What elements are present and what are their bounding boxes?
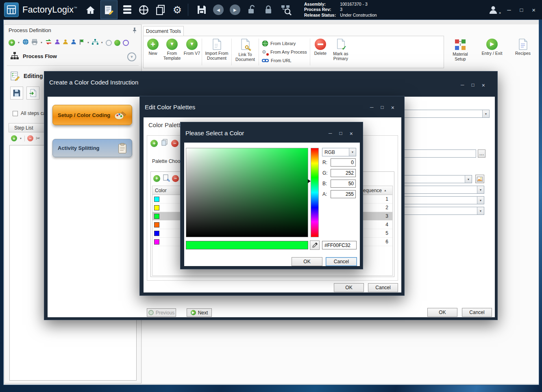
navigate-button[interactable]	[137, 1, 151, 18]
entry-exit-button[interactable]: ▶ Entry / Exit	[481, 37, 503, 62]
info-icon[interactable]	[123, 40, 129, 46]
color-mode-combo[interactable]: RGB ▼	[322, 148, 356, 156]
person-gold-icon[interactable]	[63, 39, 68, 46]
add-step-icon[interactable]: +	[11, 135, 17, 141]
next-label: Next	[198, 310, 208, 316]
setup-color-coding-nav-button[interactable]: Setup / Color Coding	[52, 105, 132, 125]
remove-palette-icon[interactable]: −	[171, 140, 178, 147]
close-button[interactable]: ×	[532, 6, 535, 13]
process-search-button[interactable]	[278, 1, 294, 18]
process-flow-header[interactable]: Process Flow	[10, 52, 57, 61]
transfer-arrows-icon[interactable]	[45, 39, 52, 46]
mark-as-primary-label: Mark as Primary	[329, 52, 352, 61]
chevron-down-icon[interactable]: ▼	[40, 41, 43, 44]
cut-icon[interactable]: ✂	[36, 135, 40, 141]
minimize-button[interactable]: ─	[370, 104, 374, 111]
chevron-down-icon[interactable]: ▼	[20, 137, 22, 140]
all-steps-option[interactable]: All steps ca	[13, 110, 46, 116]
ok-button[interactable]: OK	[427, 308, 457, 317]
add-icon[interactable]: +	[9, 39, 15, 46]
from-v7-button[interactable]: ▼ From V7	[183, 37, 200, 67]
collapse-button[interactable]: ▼	[127, 52, 136, 61]
add-palette-icon[interactable]: +	[150, 140, 158, 147]
maximize-button[interactable]: □	[381, 104, 384, 111]
remove-step-icon[interactable]: −	[27, 135, 33, 141]
forward-button[interactable]: ▶	[228, 1, 242, 18]
home-button[interactable]	[84, 1, 98, 18]
saturation-value-picker[interactable]	[186, 148, 308, 237]
minimize-button[interactable]: ─	[329, 130, 332, 137]
activity-splitting-nav-button[interactable]: Activity Splitting	[52, 139, 132, 157]
recipes-icon	[518, 39, 528, 50]
from-template-button[interactable]: ▼ From Template	[161, 37, 183, 67]
flag-icon[interactable]	[79, 39, 85, 47]
start-icon[interactable]	[114, 40, 120, 46]
chevron-down-icon[interactable]: ▼	[17, 41, 20, 44]
blue-value-input[interactable]	[331, 180, 356, 188]
edit-color-icon[interactable]: ✎	[163, 174, 169, 182]
material-setup-button[interactable]: Material Setup	[450, 37, 471, 62]
chevron-down-icon[interactable]: ▼	[87, 41, 89, 44]
globe-icon[interactable]	[22, 39, 29, 47]
cancel-button[interactable]: Cancel	[462, 308, 492, 317]
import-step-button[interactable]	[26, 87, 39, 100]
from-url-button[interactable]: From URL	[262, 56, 307, 65]
logout-user-button[interactable]: ×	[488, 5, 498, 14]
next-button[interactable]: ▶ Next	[187, 308, 212, 317]
import-from-document-button[interactable]: Import From Document	[203, 37, 230, 67]
eyedropper-button[interactable]	[310, 240, 320, 250]
document-check-icon: ✓	[336, 39, 345, 50]
from-library-button[interactable]: From Library	[262, 39, 307, 48]
combo-arrow-icon: ▼	[477, 207, 484, 214]
maximize-button[interactable]: □	[520, 7, 523, 13]
save-step-button[interactable]	[10, 87, 23, 100]
from-any-process-button[interactable]: ⚙ From Any Process	[262, 48, 307, 56]
hue-slider-marker[interactable]	[308, 179, 311, 183]
minimize-button[interactable]: ─	[461, 82, 464, 89]
chevron-down-icon[interactable]: ▼	[101, 41, 103, 44]
pin-icon[interactable]	[132, 27, 137, 35]
delete-document-button[interactable]: Delete	[311, 37, 329, 67]
copy-palette-icon[interactable]	[161, 139, 168, 147]
mark-as-primary-button[interactable]: ✓ Mark as Primary	[329, 37, 352, 67]
maximize-button[interactable]: □	[340, 130, 342, 137]
unlock-button[interactable]	[245, 1, 259, 18]
back-button[interactable]: ◀	[211, 1, 225, 18]
recipes-button[interactable]: Recipes	[513, 37, 533, 62]
new-document-button[interactable]: + New	[145, 37, 161, 67]
person-blue-icon[interactable]	[71, 39, 76, 46]
maximize-button[interactable]: □	[472, 82, 475, 89]
editing-toolbar	[10, 87, 39, 100]
ok-button[interactable]: OK	[334, 283, 364, 292]
link-to-document-button[interactable]: Link To Document	[233, 37, 257, 67]
cancel-button[interactable]: Cancel	[326, 257, 357, 266]
hue-slider[interactable]	[311, 148, 319, 237]
cancel-button[interactable]: Cancel	[368, 283, 398, 292]
flow-branch-icon[interactable]	[92, 39, 98, 47]
process-definition-button[interactable]	[100, 0, 118, 19]
checkbox[interactable]	[13, 111, 18, 116]
close-button[interactable]: ×	[350, 130, 353, 137]
close-button[interactable]: ×	[391, 104, 394, 111]
documents-button[interactable]	[154, 1, 168, 18]
add-color-icon[interactable]: +	[153, 175, 160, 182]
stack-button[interactable]	[120, 1, 134, 18]
history-icon[interactable]	[106, 40, 112, 46]
alpha-value-input[interactable]	[331, 190, 356, 198]
palette-picker-button[interactable]	[475, 175, 484, 183]
person-purple-icon[interactable]	[54, 39, 60, 46]
save-button[interactable]	[195, 1, 209, 18]
ok-button[interactable]: OK	[292, 257, 322, 266]
red-value-input[interactable]	[331, 158, 356, 167]
remove-color-icon[interactable]: −	[172, 175, 179, 182]
close-button[interactable]: ×	[482, 82, 485, 89]
printer-icon[interactable]	[31, 39, 38, 47]
green-value-input[interactable]	[331, 169, 356, 177]
lock-button[interactable]	[261, 1, 275, 18]
minimize-button[interactable]: ─	[507, 7, 511, 13]
hex-value-input[interactable]	[322, 241, 357, 249]
browse-button[interactable]: …	[478, 149, 485, 158]
previous-button[interactable]: Previous	[147, 308, 176, 317]
settings-button[interactable]: ⚙	[170, 1, 184, 18]
tab-document-tools[interactable]: Document Tools	[143, 26, 184, 36]
